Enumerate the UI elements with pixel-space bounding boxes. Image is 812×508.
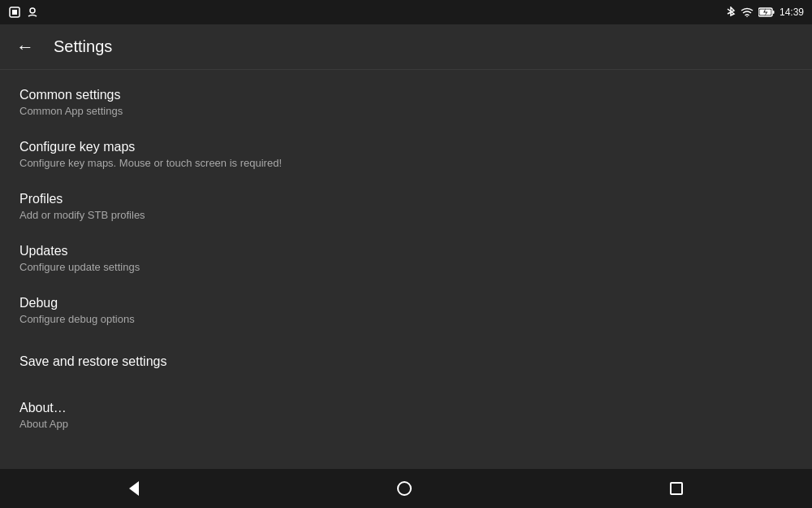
settings-item-title-debug: Debug <box>19 296 793 310</box>
clock: 14:39 <box>780 7 804 18</box>
settings-item-subtitle-keymaps: Configure key maps. Mouse or touch scree… <box>19 157 793 169</box>
back-triangle-icon <box>129 481 139 496</box>
svg-rect-5 <box>772 11 774 14</box>
settings-item-title-about: About… <box>19 401 793 415</box>
settings-item-profiles[interactable]: Profiles Add or modify STB profiles <box>0 180 812 232</box>
divider-2 <box>0 383 812 389</box>
settings-list: Common settings Common App settings Conf… <box>0 70 812 448</box>
settings-item-save-restore[interactable]: Save and restore settings <box>0 343 812 383</box>
status-bar: 14:39 <box>0 0 812 24</box>
wifi-icon <box>741 7 754 17</box>
settings-item-subtitle-profiles: Add or modify STB profiles <box>19 209 793 221</box>
back-button[interactable]: ← <box>13 35 37 59</box>
bluetooth-icon <box>726 7 736 18</box>
status-bar-right: 14:39 <box>726 7 804 18</box>
app-bar-title: Settings <box>54 37 112 56</box>
settings-item-updates[interactable]: Updates Configure update settings <box>0 232 812 284</box>
nav-back-button[interactable] <box>97 475 171 502</box>
settings-item-common[interactable]: Common settings Common App settings <box>0 76 812 128</box>
settings-item-title-profiles: Profiles <box>19 192 793 206</box>
settings-item-subtitle-debug: Configure debug options <box>19 313 793 325</box>
battery-icon <box>758 7 775 17</box>
nav-home-button[interactable] <box>365 475 444 502</box>
settings-item-title-updates: Updates <box>19 244 793 258</box>
recents-square-icon <box>670 482 683 495</box>
svg-rect-1 <box>12 10 17 15</box>
home-circle-icon <box>397 481 412 496</box>
settings-item-title-keymaps: Configure key maps <box>19 140 793 154</box>
app-icon-1 <box>8 6 21 19</box>
svg-point-3 <box>746 16 748 17</box>
settings-item-title-save-restore: Save and restore settings <box>19 354 793 369</box>
status-bar-left <box>8 6 39 19</box>
nav-recents-button[interactable] <box>637 475 715 501</box>
nav-bar <box>0 469 812 508</box>
app-bar: ← Settings <box>0 24 812 70</box>
settings-item-debug[interactable]: Debug Configure debug options <box>0 284 812 336</box>
settings-item-subtitle-about: About App <box>19 418 793 430</box>
settings-item-subtitle-common: Common App settings <box>19 105 793 117</box>
settings-item-about[interactable]: About… About App <box>0 389 812 441</box>
settings-item-title-common: Common settings <box>19 88 793 102</box>
divider <box>0 336 812 343</box>
settings-item-subtitle-updates: Configure update settings <box>19 261 793 273</box>
settings-item-keymaps[interactable]: Configure key maps Configure key maps. M… <box>0 128 812 180</box>
svg-point-2 <box>30 8 35 13</box>
app-icon-2 <box>26 6 39 19</box>
